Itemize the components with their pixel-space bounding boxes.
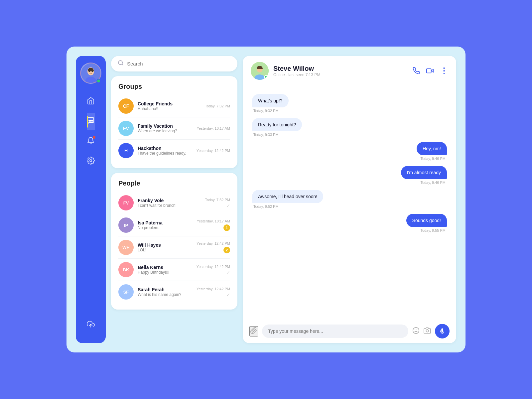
read-check: ✓ — [226, 203, 230, 208]
chat-header: Steve Willow Online - last seen 7:13 PM … — [243, 56, 456, 86]
message-bubble: Sounds good! — [406, 214, 447, 227]
search-input[interactable] — [127, 61, 231, 66]
notification-badge-dot — [93, 136, 95, 139]
person-info: Sarah Ferah What is his name again? — [138, 287, 193, 297]
message-row: Hey, nm! Today, 9:46 PM — [252, 142, 447, 164]
message-time: Today, 9:46 PM — [419, 181, 447, 185]
upload-icon — [87, 320, 95, 330]
camera-button[interactable] — [424, 327, 431, 336]
person-time: Yesterday, 12:42 PM — [197, 265, 230, 269]
user-avatar-wrap[interactable] — [80, 63, 101, 84]
message-time: Today, 9:46 PM — [419, 157, 447, 161]
message-time: Today, 9:32 PM — [252, 109, 280, 113]
group-preview: Hahahaha!! — [138, 106, 201, 111]
person-item[interactable]: IP Isa Paterna No problem. Yesterday, 10… — [118, 214, 230, 236]
person-info: Franky Vole I can't wait for brunch! — [138, 198, 201, 208]
chat-user-info: Steve Willow Online - last seen 7:13 PM — [273, 65, 408, 77]
message-row: Ready for tonight? Today, 9:33 PM — [252, 118, 447, 140]
person-item[interactable]: WH Will Hayes LOL! Yesterday, 12:42 PM 2 — [118, 236, 230, 259]
emoji-button[interactable] — [412, 327, 420, 336]
person-name: Bella Kerns — [138, 265, 193, 270]
group-item[interactable]: FV Family Vacation When are we leaving? … — [118, 117, 230, 140]
person-avatar: IP — [118, 217, 134, 233]
sidebar-item-settings[interactable] — [87, 153, 95, 170]
message-row: Sounds good! Today, 9:55 PM — [252, 214, 447, 236]
group-time: Yesterday, 10:17 AM — [197, 126, 230, 130]
person-avatar: BK — [118, 262, 134, 277]
unread-badge: 2 — [223, 247, 230, 253]
message-time: Today, 9:52 PM — [252, 204, 280, 208]
person-name: Isa Paterna — [138, 220, 193, 225]
person-meta: Yesterday, 12:42 PM ✓ — [197, 287, 230, 297]
message-bubble: Ready for tonight? — [252, 118, 302, 131]
message-bubble: Hey, nm! — [417, 142, 447, 155]
person-preview: LOL! — [138, 248, 193, 252]
person-avatar: WH — [118, 240, 134, 255]
group-info: Family Vacation When are we leaving? — [138, 123, 193, 133]
person-item[interactable]: FV Franky Vole I can't wait for brunch! … — [118, 192, 230, 214]
app-container: Groups CF College Friends Hahahaha!! Tod… — [66, 47, 466, 352]
message-bubble: Awsome, I'll head over soon! — [252, 190, 323, 203]
svg-point-5 — [92, 71, 93, 72]
person-time: Yesterday, 12:42 PM — [197, 287, 230, 291]
person-preview: I can't wait for brunch! — [138, 203, 201, 208]
person-info: Isa Paterna No problem. — [138, 220, 193, 230]
home-icon — [87, 97, 95, 107]
user-online-indicator — [96, 79, 101, 83]
messages-icon — [87, 117, 95, 127]
person-avatar: SF — [118, 284, 134, 300]
message-bubble: What's up!? — [252, 94, 289, 107]
groups-title: Groups — [118, 83, 230, 90]
chat-input-bar — [243, 319, 456, 343]
person-meta: Today, 7:32 PM ✓ — [205, 198, 230, 208]
chat-panel: Steve Willow Online - last seen 7:13 PM … — [243, 56, 456, 343]
groups-list: CF College Friends Hahahaha!! Today, 7:3… — [118, 95, 230, 162]
sidebar-item-messages[interactable] — [87, 113, 95, 130]
group-item[interactable]: CF College Friends Hahahaha!! Today, 7:3… — [118, 95, 230, 117]
group-name: Family Vacation — [138, 123, 193, 129]
search-icon — [118, 60, 124, 67]
chat-online-dot — [264, 75, 268, 79]
call-button[interactable] — [413, 67, 420, 74]
svg-point-21 — [426, 330, 428, 332]
message-row: What's up!? Today, 9:32 PM — [252, 94, 447, 116]
group-name: College Friends — [138, 101, 201, 106]
unread-badge: 1 — [223, 224, 230, 231]
person-item[interactable]: SF Sarah Ferah What is his name again? Y… — [118, 281, 230, 303]
attach-button[interactable] — [249, 326, 258, 336]
group-meta: Yesterday, 12:42 PM — [197, 149, 230, 153]
group-avatar: H — [118, 143, 134, 158]
message-input[interactable] — [262, 325, 408, 338]
person-info: Will Hayes LOL! — [138, 242, 193, 252]
sidebar-item-notifications[interactable] — [87, 133, 95, 150]
chat-actions: ⋮ — [413, 66, 448, 75]
person-preview: No problem. — [138, 225, 193, 230]
person-meta: Yesterday, 12:42 PM ✓ — [197, 265, 230, 275]
person-name: Will Hayes — [138, 242, 193, 248]
notifications-icon — [87, 137, 95, 147]
person-time: Today, 7:32 PM — [205, 198, 230, 202]
sidebar-nav — [87, 93, 95, 317]
group-avatar: FV — [118, 121, 134, 136]
sidebar-bottom — [87, 317, 95, 336]
video-call-button[interactable] — [426, 67, 434, 74]
people-list: FV Franky Vole I can't wait for brunch! … — [118, 192, 230, 303]
group-item[interactable]: H Hackathon I have the guidelines ready.… — [118, 140, 230, 162]
chat-messages: What's up!? Today, 9:32 PM Ready for ton… — [243, 86, 456, 319]
person-name: Sarah Ferah — [138, 287, 193, 292]
person-name: Franky Vole — [138, 198, 201, 203]
message-time: Today, 9:55 PM — [419, 228, 447, 232]
read-check: ✓ — [226, 270, 230, 275]
person-time: Yesterday, 12:42 PM — [197, 241, 230, 245]
mic-button[interactable] — [435, 324, 450, 338]
chat-contact-avatar — [251, 62, 269, 80]
chat-user-status: Online - last seen 7:13 PM — [273, 72, 408, 77]
groups-card: Groups CF College Friends Hahahaha!! Tod… — [111, 76, 237, 168]
sidebar-item-upload[interactable] — [87, 317, 95, 334]
person-time: Yesterday, 10:17 AM — [197, 219, 230, 223]
person-item[interactable]: BK Bella Kerns Happy Birthday!!!! Yester… — [118, 259, 230, 281]
group-info: College Friends Hahahaha!! — [138, 101, 201, 111]
more-options-button[interactable]: ⋮ — [440, 66, 448, 75]
sidebar-item-home[interactable] — [87, 93, 95, 110]
group-meta: Today, 7:32 PM — [205, 104, 230, 108]
